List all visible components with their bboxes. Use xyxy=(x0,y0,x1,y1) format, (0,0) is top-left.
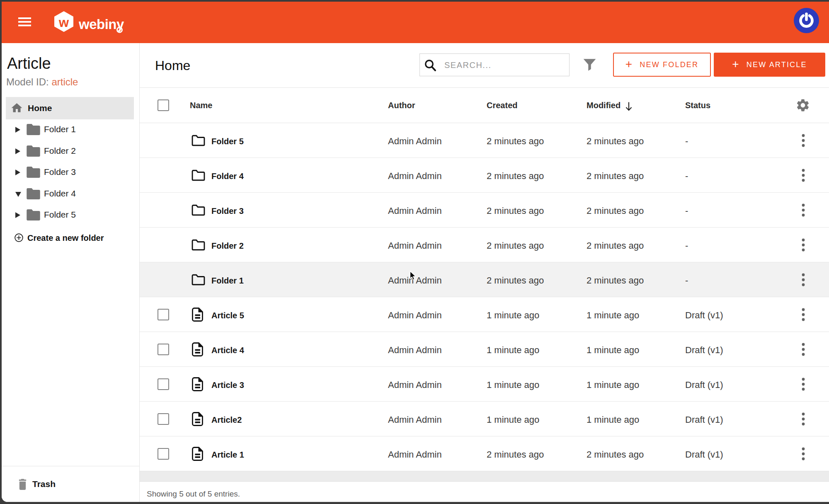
svg-text:w: w xyxy=(58,15,69,30)
